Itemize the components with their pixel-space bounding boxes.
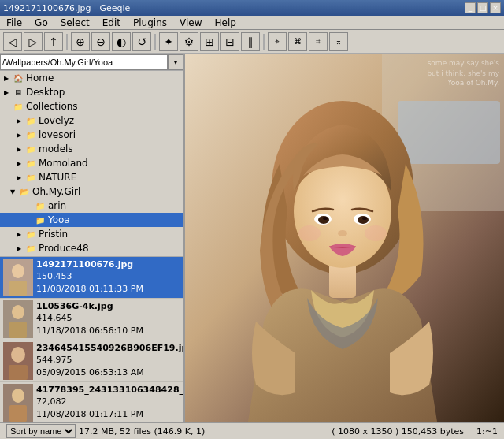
menu-file[interactable]: File (3, 17, 25, 28)
menu-edit[interactable]: Edit (99, 17, 124, 28)
main-content: ▾ ▶ 🏠 Home ▶ 🖥 Desktop ▶ 📁 Collections (0, 54, 504, 422)
tree-item-ohmygirl[interactable]: ▼ 📂 Oh.My.Girl (0, 184, 183, 199)
folder-icon: 📁 (25, 243, 36, 254)
file-name-4: 41778395_243133106348428_2913174 (36, 384, 183, 396)
tree-item-pristin[interactable]: ▶ 📁 Pristin (0, 227, 183, 241)
tool-extra3[interactable]: ⌗ (309, 32, 328, 51)
overlay-line-3: Yooa of Oh.My. (427, 78, 499, 88)
svg-point-10 (12, 389, 24, 403)
svg-rect-17 (398, 101, 500, 164)
sidebar-item-desktop[interactable]: ▶ 🖥 Desktop (0, 85, 183, 99)
tool-settings[interactable]: ⚙ (180, 32, 198, 51)
arrow-ohmygirl: ▼ (8, 187, 17, 196)
file-item-4[interactable]: 41778395_243133106348428_2913174 72,082 … (0, 382, 183, 422)
tool-prev[interactable]: ◁ (3, 32, 22, 51)
tree-item-produce48[interactable]: ▶ 📁 Produce48 (0, 241, 183, 255)
sidebar-item-collections[interactable]: ▶ 📁 Collections (0, 99, 183, 113)
toolbar-separator-1 (66, 34, 68, 50)
svg-rect-11 (9, 405, 27, 422)
status-center: ( 1080 x 1350 ) 150,453 bytes 1:~1 (332, 426, 498, 437)
menu-select[interactable]: Select (57, 17, 93, 28)
tool-extra4[interactable]: ⌅ (329, 32, 348, 51)
svg-rect-8 (9, 365, 28, 380)
tool-fit[interactable]: ◐ (112, 32, 131, 51)
arrow-produce48: ▶ (14, 244, 24, 253)
menu-help[interactable]: Help (211, 17, 239, 28)
svg-point-23 (318, 216, 329, 224)
file-size-1: 150,453 (36, 270, 180, 282)
home-label: Home (26, 73, 54, 84)
menu-view[interactable]: View (176, 17, 205, 28)
tool-list[interactable]: ⊟ (220, 32, 239, 51)
path-dropdown-button[interactable]: ▾ (168, 54, 183, 70)
folder-icon: 📁 (35, 200, 46, 211)
menu-plugins[interactable]: Plugins (130, 17, 170, 28)
tool-up[interactable]: ↑ (44, 32, 63, 51)
tree-item-arin[interactable]: ▶ 📁 arin (0, 199, 183, 213)
file-item-2[interactable]: 1L0536G-4k.jpg 414,645 11/18/2018 06:56:… (0, 299, 183, 340)
label-yooa: Yooa (48, 214, 70, 225)
folder-tree[interactable]: ▶ 🏠 Home ▶ 🖥 Desktop ▶ 📁 Collections ▶ 📁… (0, 71, 183, 256)
folder-icon: 📁 (25, 143, 36, 154)
file-size-4: 72,082 (36, 396, 183, 407)
desktop-icon: 🖥 (13, 87, 24, 98)
overlay-line-1: some may say she's (427, 58, 499, 69)
toolbar-separator-2 (154, 34, 156, 50)
desktop-label: Desktop (26, 87, 65, 98)
file-name-3: 234645415540926B906EF19.jpg (36, 342, 183, 354)
tool-star[interactable]: ✦ (159, 32, 178, 51)
status-left: Sort by name Sort by date Sort by size 1… (6, 424, 205, 438)
tree-item-lovelyz[interactable]: ▶ 📁 Lovelyz (0, 113, 183, 128)
file-info-2: 1L0536G-4k.jpg 414,645 11/18/2018 06:56:… (36, 300, 180, 337)
file-name-2: 1L0536G-4k.jpg (36, 300, 180, 312)
minimize-button[interactable]: _ (465, 2, 476, 13)
tool-rotate[interactable]: ↺ (132, 32, 151, 51)
menu-bar: File Go Select Edit Plugins View Help (0, 16, 504, 30)
arrow-models: ▶ (14, 144, 24, 154)
file-size-2: 414,645 (36, 312, 180, 324)
file-item-3[interactable]: 234645415540926B906EF19.jpg 544,975 05/0… (0, 340, 183, 382)
tool-next[interactable]: ▷ (24, 32, 43, 51)
image-info: ( 1080 x 1350 ) 150,453 bytes (332, 426, 464, 437)
label-nature: NATURE (39, 172, 76, 183)
label-pristin: Pristin (39, 229, 68, 240)
file-item-1[interactable]: 1492171100676.jpg 150,453 11/08/2018 01:… (0, 257, 183, 299)
folder-icon: 📁 (25, 172, 36, 183)
tool-zoom-out[interactable]: ⊖ (91, 32, 110, 51)
file-list[interactable]: 1492171100676.jpg 150,453 11/08/2018 01:… (0, 256, 183, 422)
folder-icon: 📁 (25, 229, 36, 240)
left-panel: ▾ ▶ 🏠 Home ▶ 🖥 Desktop ▶ 📁 Collections (0, 54, 185, 422)
tool-panel[interactable]: ∥ (241, 32, 260, 51)
close-button[interactable]: × (490, 2, 501, 13)
tree-item-momoland[interactable]: ▶ 📁 Momoland (0, 156, 183, 170)
tool-grid[interactable]: ⊞ (200, 32, 219, 51)
svg-point-27 (338, 230, 347, 236)
maximize-button[interactable]: □ (477, 2, 488, 13)
tool-extra2[interactable]: ⌘ (288, 32, 307, 51)
svg-point-26 (362, 217, 367, 220)
window-controls[interactable]: _ □ × (465, 2, 501, 13)
tree-item-models[interactable]: ▶ 📁 models (0, 142, 183, 156)
toolbar: ◁ ▷ ↑ ⊕ ⊖ ◐ ↺ ✦ ⚙ ⊞ ⊟ ∥ ⌖ ⌘ ⌗ ⌅ (0, 30, 504, 54)
tree-item-yooa[interactable]: ▶ 📁 Yooa (0, 213, 183, 227)
arrow-lovelyz: ▶ (14, 116, 24, 125)
sidebar-item-home[interactable]: ▶ 🏠 Home (0, 71, 183, 85)
window-title: 1492171100676.jpg - Geeqie (3, 3, 130, 13)
folder-icon: 📁 (25, 158, 36, 169)
svg-point-4 (12, 305, 24, 319)
tree-item-lovesori[interactable]: ▶ 📁 lovesori_ (0, 128, 183, 142)
sort-dropdown[interactable]: Sort by name Sort by date Sort by size (6, 424, 76, 438)
tool-zoom-in[interactable]: ⊕ (71, 32, 90, 51)
svg-rect-5 (9, 322, 27, 338)
file-size-3: 544,975 (36, 354, 183, 366)
svg-point-1 (12, 264, 24, 278)
label-momoland: Momoland (39, 158, 88, 169)
path-input[interactable] (0, 54, 168, 70)
tree-item-nature[interactable]: ▶ 📁 NATURE (0, 170, 183, 184)
menu-go[interactable]: Go (32, 17, 51, 28)
svg-rect-2 (9, 281, 27, 296)
disk-info: 17.2 MB, 52 files (146.9 K, 1) (79, 426, 205, 437)
file-date-2: 11/18/2018 06:56:10 PM (36, 325, 180, 337)
tool-extra1[interactable]: ⌖ (268, 32, 287, 51)
arrow-momoland: ▶ (14, 158, 24, 168)
